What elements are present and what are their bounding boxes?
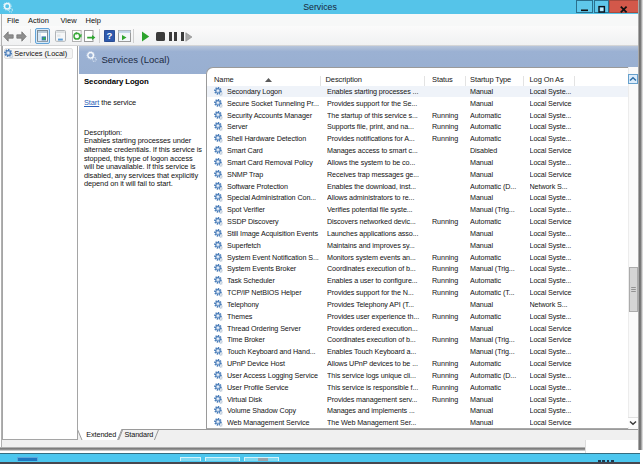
svg-text:?: ? [106,30,112,41]
